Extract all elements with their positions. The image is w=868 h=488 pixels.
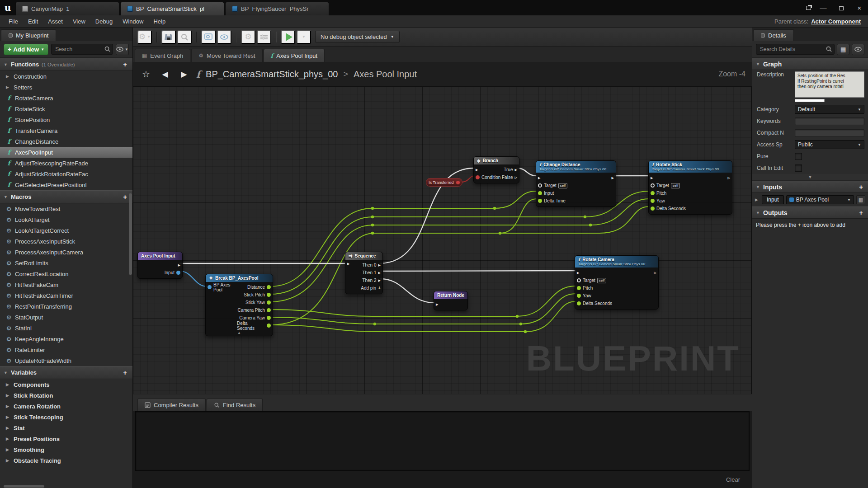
- tab-event-graph[interactable]: ▦ Event Graph: [135, 49, 190, 62]
- target-pin[interactable]: [577, 278, 581, 282]
- macro-row[interactable]: ⚙ KeepAngleInrange: [0, 333, 132, 344]
- node-branch[interactable]: ◆ Branch ▸ True▸ Condition False▹: [473, 156, 519, 183]
- exec-out-pin[interactable]: ▹: [727, 175, 730, 180]
- node-is-transferred[interactable]: Is Transferred: [426, 178, 462, 187]
- exec-in-pin[interactable]: ▸: [347, 261, 350, 266]
- variable-category-row[interactable]: ▶ Stick Telescoping: [0, 412, 132, 422]
- details-search-input[interactable]: [756, 44, 835, 55]
- class-defaults-button[interactable]: [257, 30, 271, 44]
- compiler-results-panel[interactable]: [135, 411, 750, 471]
- graph-canvas[interactable]: Axes Pool Input ▸ Input ❖ Break BP_AxesP…: [133, 87, 752, 394]
- macros-section-header[interactable]: ▼ Macros +: [0, 190, 132, 203]
- function-row[interactable]: f AdjustTelescopingRateFade: [0, 158, 132, 169]
- macro-row[interactable]: ⚙ MoveTowardRest: [0, 203, 132, 214]
- macro-row[interactable]: ⚙ HitTestFakeCam: [0, 279, 132, 290]
- exec-in-pin[interactable]: ▸: [538, 175, 541, 180]
- collapsed-arrow-icon[interactable]: ▶: [6, 447, 10, 452]
- add-input-button[interactable]: +: [858, 183, 864, 191]
- save-button[interactable]: [161, 30, 176, 44]
- tab-axes-pool-input[interactable]: f Axes Pool Input: [264, 49, 325, 62]
- hide-unrelated-button[interactable]: [217, 30, 231, 44]
- tab-compiler-results[interactable]: Compiler Results: [137, 399, 206, 411]
- parent-class-link[interactable]: Actor Component: [811, 18, 861, 25]
- function-row[interactable]: f RotateStick: [0, 103, 132, 114]
- window-layout-icon[interactable]: [806, 6, 811, 10]
- vertical-scrollbar[interactable]: [129, 193, 132, 275]
- blueprint-list[interactable]: ▼ Functions (1 Overridable) + ▶ Construc…: [0, 58, 132, 488]
- input-pin[interactable]: [538, 191, 542, 195]
- variables-section-header[interactable]: ▼ Variables +: [0, 366, 132, 379]
- keywords-input[interactable]: [795, 117, 864, 125]
- function-row[interactable]: f AxesPoolInput: [0, 147, 132, 158]
- yaw-pin[interactable]: [651, 199, 655, 203]
- input-options-button[interactable]: ▦: [856, 195, 865, 204]
- exec-out-pin[interactable]: ▹: [654, 270, 656, 275]
- target-pin[interactable]: [651, 183, 655, 188]
- tab-move-toward-rest[interactable]: ⚙ Move Toward Rest: [191, 49, 262, 62]
- maximize-button[interactable]: [835, 4, 847, 12]
- self-chip[interactable]: self: [558, 183, 567, 188]
- details-tab[interactable]: Details: [753, 29, 794, 41]
- variable-category-row[interactable]: ▶ Preset Positions: [0, 433, 132, 444]
- description-mini-field[interactable]: [795, 99, 825, 102]
- menu-item[interactable]: Debug: [90, 17, 118, 26]
- menu-item[interactable]: Edit: [23, 17, 43, 26]
- pitch-pin[interactable]: [577, 286, 581, 290]
- doc-tab-canyonmap[interactable]: CanyonMap_1: [15, 2, 119, 15]
- node-axes-pool-input[interactable]: Axes Pool Input ▸ Input: [137, 252, 183, 279]
- function-row[interactable]: f AdjustStickRotationRateFac: [0, 169, 132, 179]
- node-rotate-stick[interactable]: fRotate Stick Target is BP Camera Smart …: [648, 160, 732, 215]
- exec-out-pin[interactable]: ▸: [178, 263, 180, 267]
- exec-out-pin[interactable]: ▸: [378, 278, 381, 283]
- menu-item[interactable]: Window: [118, 17, 148, 26]
- compile-button[interactable]: ⚙▼: [137, 30, 152, 44]
- collapse-node-arrow[interactable]: ▲: [206, 331, 273, 336]
- menu-item[interactable]: File: [4, 17, 23, 26]
- function-row[interactable]: f TransferCamera: [0, 125, 132, 136]
- unreal-logo-icon[interactable]: u: [0, 0, 15, 15]
- function-row[interactable]: f RotateCamera: [0, 93, 132, 103]
- variable-category-row[interactable]: ▶ Stick Rotation: [0, 390, 132, 401]
- nav-forward-button[interactable]: ▶: [177, 67, 191, 81]
- macro-row[interactable]: ⚙ StatOutput: [0, 312, 132, 323]
- macro-row[interactable]: ⚙ LookAtTargetCorrect: [0, 225, 132, 236]
- collapsed-arrow-icon[interactable]: ▶: [6, 382, 10, 387]
- macro-row[interactable]: ⚙ UpdateRotFadeWidth: [0, 355, 132, 366]
- minimize-button[interactable]: —: [817, 4, 829, 12]
- menu-item[interactable]: View: [68, 17, 90, 26]
- function-group-row[interactable]: ▶ Setters: [0, 82, 132, 93]
- float-out-pin[interactable]: [267, 316, 271, 320]
- self-chip[interactable]: self: [671, 183, 680, 188]
- float-out-pin[interactable]: [267, 293, 271, 297]
- menu-item[interactable]: Asset: [43, 17, 68, 26]
- struct-in-pin[interactable]: [208, 285, 212, 289]
- float-out-pin[interactable]: [267, 324, 271, 328]
- add-function-button[interactable]: +: [121, 61, 129, 68]
- macro-row[interactable]: ⚙ RateLimiter: [0, 344, 132, 355]
- target-pin[interactable]: [538, 183, 542, 188]
- category-dropdown[interactable]: Default▼: [795, 105, 864, 114]
- exec-in-pin[interactable]: ▸: [651, 175, 653, 180]
- visibility-filter-button[interactable]: [852, 44, 864, 55]
- collapsed-arrow-icon[interactable]: ▶: [6, 458, 10, 463]
- macro-row[interactable]: ⚙ StatIni: [0, 323, 132, 333]
- add-macro-button[interactable]: +: [121, 193, 129, 201]
- node-return[interactable]: Return Node ▸: [434, 291, 468, 310]
- exec-in-pin[interactable]: ▸: [436, 302, 439, 307]
- functions-section-header[interactable]: ▼ Functions (1 Overridable) +: [0, 58, 132, 71]
- collapsed-arrow-icon[interactable]: ▶: [6, 393, 10, 398]
- collapsed-arrow-icon[interactable]: ▶: [6, 415, 10, 419]
- doc-tab-flying-saucer[interactable]: BP_FlyingSaucer_PhysSr: [225, 2, 329, 15]
- play-button[interactable]: [281, 30, 295, 44]
- false-exec-pin[interactable]: ▹: [514, 175, 517, 180]
- menu-item[interactable]: Help: [148, 17, 170, 26]
- input-struct-pin[interactable]: [176, 271, 180, 275]
- true-exec-pin[interactable]: ▸: [514, 167, 517, 172]
- node-sequence[interactable]: ⇉ Sequence ▸ Then 0▸ Then 1▸ Then 2▸: [345, 252, 383, 294]
- collapsed-arrow-icon[interactable]: ▶: [6, 426, 10, 430]
- access-specifier-dropdown[interactable]: Public▼: [795, 140, 864, 149]
- function-row[interactable]: f StorePosition: [0, 114, 132, 125]
- grid-view-button[interactable]: ▦: [837, 44, 849, 55]
- clear-button[interactable]: Clear: [726, 476, 740, 483]
- description-box[interactable]: Sets position of the Res If RestingPoint…: [795, 71, 864, 98]
